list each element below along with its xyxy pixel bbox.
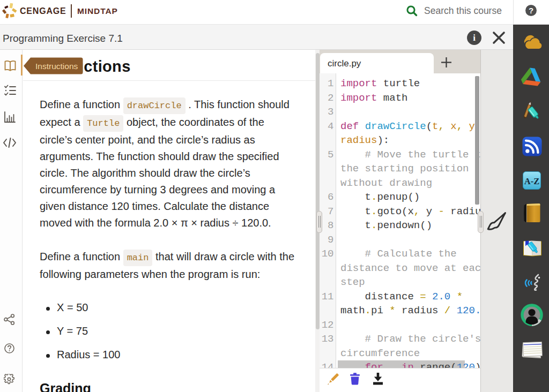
svg-text:A-Z: A-Z bbox=[524, 176, 539, 186]
svg-text:Instructions: Instructions bbox=[35, 62, 78, 71]
